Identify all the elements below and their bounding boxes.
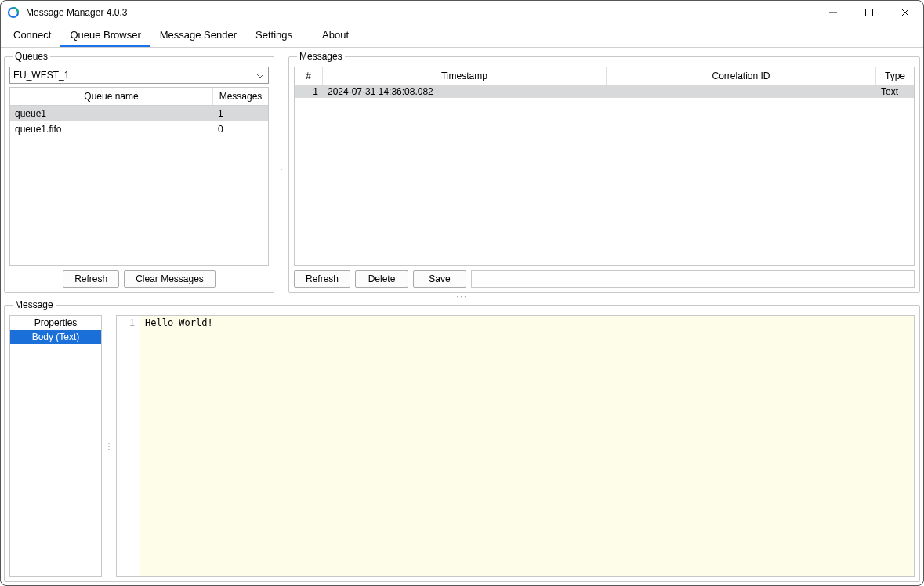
app-window: Message Manager 4.0.3 Connect Queue Brow…: [0, 0, 924, 586]
editor-content[interactable]: Hello World!: [140, 316, 914, 576]
queues-col-messages[interactable]: Messages: [213, 88, 268, 105]
close-button[interactable]: [887, 1, 923, 24]
menubar: Connect Queue Browser Message Sender Set…: [1, 24, 923, 48]
messages-col-num[interactable]: #: [295, 67, 323, 85]
message-row[interactable]: 1 2024-07-31 14:36:08.082 Text: [295, 85, 914, 98]
maximize-button[interactable]: [851, 1, 887, 24]
tab-settings[interactable]: Settings: [246, 24, 302, 47]
message-sidebar: Properties Body (Text): [9, 315, 102, 577]
queues-table: Queue name Messages queue1 1 queue1.fifo…: [9, 87, 269, 266]
minimize-button[interactable]: [815, 1, 851, 24]
region-select[interactable]: EU_WEST_1: [9, 67, 269, 84]
queues-legend: Queues: [13, 51, 50, 62]
messages-panel: Messages # Timestamp Correlation ID Type…: [288, 51, 920, 293]
messages-col-timestamp[interactable]: Timestamp: [323, 67, 607, 85]
messages-col-type[interactable]: Type: [876, 67, 914, 85]
messages-col-corr[interactable]: Correlation ID: [607, 67, 876, 85]
sidebar-item-properties[interactable]: Properties: [10, 316, 101, 330]
tab-queue-browser[interactable]: Queue Browser: [60, 24, 150, 47]
refresh-messages-button[interactable]: Refresh: [294, 270, 350, 288]
message-legend: Message: [13, 299, 56, 310]
message-vertical-splitter[interactable]: [107, 315, 111, 577]
window-title: Message Manager 4.0.3: [26, 7, 815, 18]
line-number: 1: [117, 317, 135, 328]
queue-row[interactable]: queue1.fifo 0: [10, 121, 268, 137]
messages-legend: Messages: [297, 51, 345, 62]
tab-connect[interactable]: Connect: [4, 24, 60, 47]
queues-panel: Queues EU_WEST_1 Queue name Messages que…: [4, 51, 274, 293]
delete-message-button[interactable]: Delete: [355, 270, 408, 288]
queue-row[interactable]: queue1 1: [10, 106, 268, 121]
sidebar-item-body[interactable]: Body (Text): [10, 330, 101, 344]
save-message-button[interactable]: Save: [413, 270, 466, 288]
editor-gutter: 1: [117, 316, 140, 576]
titlebar: Message Manager 4.0.3: [1, 1, 923, 24]
queues-col-name[interactable]: Queue name: [10, 88, 213, 105]
clear-messages-button[interactable]: Clear Messages: [124, 270, 216, 288]
app-icon: [7, 6, 20, 19]
refresh-queues-button[interactable]: Refresh: [63, 270, 119, 288]
horizontal-splitter[interactable]: [1, 293, 923, 299]
message-editor[interactable]: 1 Hello World!: [116, 315, 915, 577]
vertical-splitter[interactable]: [279, 51, 284, 293]
tab-about[interactable]: About: [313, 24, 358, 47]
svg-rect-2: [866, 9, 873, 16]
tab-message-sender[interactable]: Message Sender: [150, 24, 246, 47]
messages-toolbar-filler: [471, 270, 915, 288]
message-detail-panel: Message Properties Body (Text) 1 Hello W…: [4, 299, 920, 582]
messages-table: # Timestamp Correlation ID Type 1 2024-0…: [294, 67, 915, 266]
